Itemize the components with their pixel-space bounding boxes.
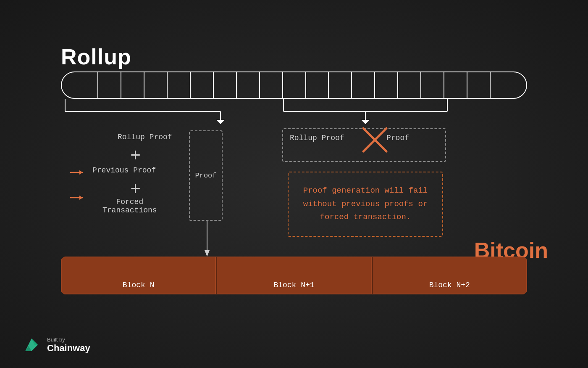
rollup-segment bbox=[214, 72, 237, 98]
svg-marker-9 bbox=[361, 120, 370, 124]
warning-text: Proof generation will fail without previ… bbox=[296, 184, 435, 224]
rollup-segment bbox=[375, 72, 398, 98]
orange-arrows bbox=[68, 164, 93, 223]
rollup-segment bbox=[329, 72, 352, 98]
plus-sign-1: + bbox=[130, 146, 141, 167]
previous-proof-label: Previous Proof bbox=[92, 166, 156, 175]
bracket-lines bbox=[61, 99, 527, 132]
proof-label-left: Proof bbox=[195, 172, 216, 180]
bitcoin-block-n2: Block N+2 bbox=[372, 257, 527, 294]
warning-box: Proof generation will fail without previ… bbox=[288, 172, 443, 237]
rollup-segment bbox=[352, 72, 375, 98]
bitcoin-blocks-row: Block N Block N+1 Block N+2 bbox=[61, 257, 527, 294]
bitcoin-block-n1: Block N+1 bbox=[216, 257, 371, 294]
rollup-proof-right-label: Rollup Proof bbox=[290, 134, 344, 142]
block-n1-label: Block N+1 bbox=[273, 281, 314, 289]
forced-transactions-label: Forced Transactions bbox=[102, 198, 157, 214]
built-by-label: Built by bbox=[47, 336, 90, 343]
block-n-label: Block N bbox=[123, 281, 155, 289]
rollup-segment bbox=[283, 72, 306, 98]
rollup-segment bbox=[467, 72, 491, 98]
x-mark-icon bbox=[359, 124, 391, 156]
rollup-segment bbox=[75, 72, 98, 98]
svg-marker-11 bbox=[79, 170, 83, 175]
rollup-segment bbox=[191, 72, 214, 98]
rollup-segment bbox=[491, 72, 513, 98]
arrow-down-left bbox=[203, 221, 211, 259]
rollup-segment bbox=[260, 72, 283, 98]
plus-sign-2: + bbox=[130, 180, 141, 200]
rollup-segment bbox=[237, 72, 260, 98]
svg-marker-15 bbox=[205, 250, 210, 257]
chainway-name-label: Chainway bbox=[47, 343, 90, 354]
rollup-bar bbox=[61, 71, 527, 99]
block-n2-label: Block N+2 bbox=[429, 281, 470, 289]
rollup-bar-dividers bbox=[62, 72, 526, 98]
svg-marker-13 bbox=[79, 196, 83, 200]
rollup-segment bbox=[398, 72, 421, 98]
rollup-segment bbox=[98, 72, 121, 98]
rollup-segment bbox=[168, 72, 191, 98]
rollup-segment bbox=[421, 72, 444, 98]
svg-marker-8 bbox=[216, 120, 225, 124]
rollup-segment bbox=[121, 72, 144, 98]
chainway-logo-icon bbox=[21, 334, 42, 355]
chainway-text: Built by Chainway bbox=[47, 336, 90, 354]
bitcoin-block-n: Block N bbox=[61, 257, 216, 294]
rollup-segment bbox=[144, 72, 168, 98]
rollup-title: Rollup bbox=[61, 44, 131, 69]
diagram-container: Rollup bbox=[0, 0, 588, 368]
rollup-segment bbox=[444, 72, 467, 98]
proof-dashed-box-left: Proof bbox=[189, 130, 223, 221]
chainway-branding: Built by Chainway bbox=[21, 334, 90, 355]
rollup-proof-left-label: Rollup Proof bbox=[118, 133, 172, 141]
rollup-segment bbox=[306, 72, 329, 98]
